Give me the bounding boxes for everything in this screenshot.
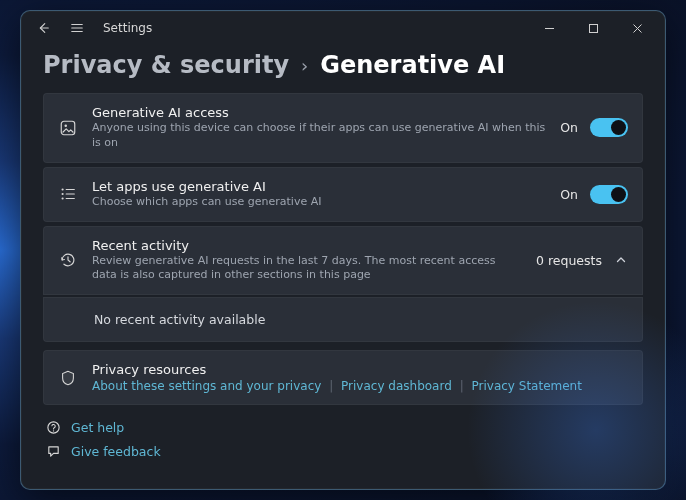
get-help-label: Get help [71, 420, 124, 435]
link-privacy-statement[interactable]: Privacy Statement [472, 379, 582, 393]
chevron-right-icon: › [301, 55, 308, 76]
give-feedback-link[interactable]: Give feedback [45, 443, 643, 459]
feedback-icon [45, 443, 61, 459]
svg-point-2 [64, 124, 67, 127]
history-icon [58, 251, 78, 269]
maximize-icon [588, 23, 599, 34]
chevron-up-icon [614, 254, 628, 266]
back-button[interactable] [33, 18, 53, 38]
row-subtitle: Choose which apps can use generative AI [92, 195, 546, 210]
shield-icon [58, 369, 78, 387]
settings-window: Settings Privacy & security › Generative… [20, 10, 666, 490]
give-feedback-label: Give feedback [71, 444, 161, 459]
titlebar: Settings [21, 11, 665, 45]
row-title: Let apps use generative AI [92, 179, 546, 194]
row-title: Generative AI access [92, 105, 546, 120]
row-title: Recent activity [92, 238, 522, 253]
row-privacy-resources: Privacy resources About these settings a… [43, 350, 643, 405]
arrow-left-icon [36, 21, 50, 35]
row-let-apps-use-generative-ai[interactable]: Let apps use generative AI Choose which … [43, 167, 643, 222]
help-icon [45, 419, 61, 435]
svg-rect-0 [589, 24, 597, 32]
request-count: 0 requests [536, 253, 602, 268]
recent-activity-empty: No recent activity available [43, 297, 643, 342]
image-icon [58, 119, 78, 137]
list-icon [58, 185, 78, 203]
hamburger-icon [70, 21, 84, 35]
row-generative-ai-access: Generative AI access Anyone using this d… [43, 93, 643, 163]
row-recent-activity[interactable]: Recent activity Review generative AI req… [43, 226, 643, 296]
link-about-settings-privacy[interactable]: About these settings and your privacy [92, 379, 321, 393]
toggle-generative-ai-access[interactable] [590, 118, 628, 137]
close-icon [632, 23, 643, 34]
svg-point-3 [62, 189, 64, 191]
app-title: Settings [103, 21, 152, 35]
nav-menu-button[interactable] [67, 18, 87, 38]
content-area: Privacy & security › Generative AI Gener… [21, 45, 665, 489]
svg-point-7 [52, 430, 53, 431]
toggle-let-apps-use-generative-ai[interactable] [590, 185, 628, 204]
row-subtitle: Anyone using this device can choose if t… [92, 121, 546, 151]
breadcrumb-parent[interactable]: Privacy & security [43, 51, 289, 79]
svg-rect-1 [61, 121, 75, 135]
toggle-state-label: On [560, 120, 578, 135]
minimize-icon [544, 23, 555, 34]
breadcrumb: Privacy & security › Generative AI [43, 51, 643, 79]
close-button[interactable] [615, 13, 659, 43]
svg-point-5 [62, 198, 64, 200]
page-title: Generative AI [320, 51, 505, 79]
minimize-button[interactable] [527, 13, 571, 43]
privacy-resources-links: About these settings and your privacy | … [92, 379, 628, 393]
svg-point-4 [62, 193, 64, 195]
row-title: Privacy resources [92, 362, 628, 377]
toggle-state-label: On [560, 187, 578, 202]
link-privacy-dashboard[interactable]: Privacy dashboard [341, 379, 452, 393]
row-subtitle: Review generative AI requests in the las… [92, 254, 522, 284]
get-help-link[interactable]: Get help [45, 419, 643, 435]
maximize-button[interactable] [571, 13, 615, 43]
